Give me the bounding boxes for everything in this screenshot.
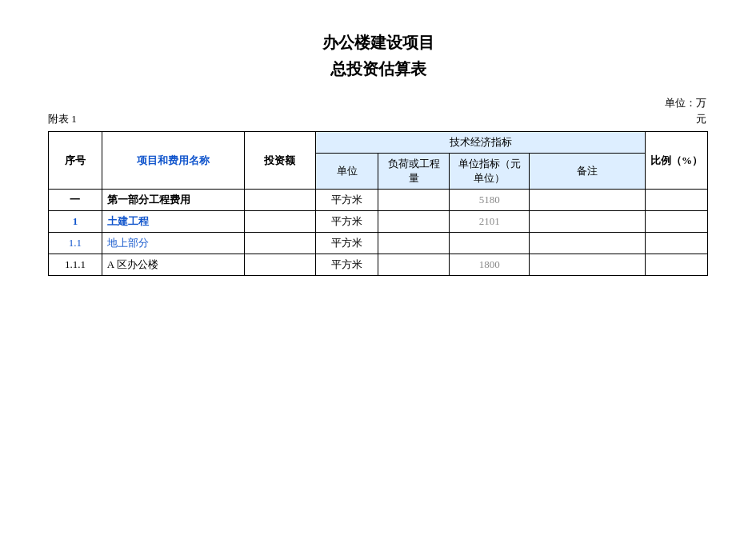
cell-remarks	[530, 190, 646, 211]
cell-name: 第一部分工程费用	[102, 190, 244, 211]
header-name: 项目和费用名称	[102, 132, 244, 190]
header-unit: 单位	[316, 154, 378, 190]
header-remarks: 备注	[530, 154, 646, 190]
cell-unit: 平方米	[316, 233, 378, 254]
cell-invest	[244, 254, 315, 276]
cell-seq: 1	[49, 211, 102, 233]
cell-name: 土建工程	[102, 211, 244, 233]
cell-remarks	[530, 211, 646, 233]
cell-name: A 区办公楼	[102, 254, 244, 276]
unit-label2: 元	[696, 112, 708, 126]
cell-ratio	[646, 254, 708, 276]
cell-unit: 平方米	[316, 211, 378, 233]
cell-name: 地上部分	[102, 233, 244, 254]
title-section: 办公楼建设项目 总投资估算表	[48, 32, 708, 80]
cell-unit-index	[450, 233, 530, 254]
header-unit-index: 单位指标（元单位）	[450, 154, 530, 190]
cell-seq: 1.1.1	[49, 254, 102, 276]
cell-load	[378, 233, 449, 254]
cell-unit: 平方米	[316, 190, 378, 211]
cell-invest	[244, 211, 315, 233]
unit-row: 单位：万	[48, 96, 708, 110]
cell-unit: 平方米	[316, 254, 378, 276]
table-row: 一第一部分工程费用平方米5180	[49, 190, 708, 211]
header-invest: 投资额	[244, 132, 315, 190]
cell-seq: 一	[49, 190, 102, 211]
header-tech-span: 技术经济指标	[316, 132, 646, 154]
cell-ratio	[646, 190, 708, 211]
cell-ratio	[646, 211, 708, 233]
cell-invest	[244, 233, 315, 254]
fubiao-row: 附表 1 元	[48, 112, 708, 126]
header-seq: 序号	[49, 132, 102, 190]
cell-ratio	[646, 233, 708, 254]
page: 办公楼建设项目 总投资估算表 单位：万 附表 1 元 序号 项目和费用名称 投资…	[0, 0, 756, 308]
header-load: 负荷或工程量	[378, 154, 449, 190]
cell-load	[378, 211, 449, 233]
table-row: 1.1.1A 区办公楼平方米1800	[49, 254, 708, 276]
cell-remarks	[530, 254, 646, 276]
main-table: 序号 项目和费用名称 投资额 技术经济指标 比例（%） 单位 负荷或工程量 单位…	[48, 131, 708, 276]
table-row: 1.1地上部分平方米	[49, 233, 708, 254]
cell-load	[378, 254, 449, 276]
cell-unit-index: 2101	[450, 211, 530, 233]
cell-invest	[244, 190, 315, 211]
cell-load	[378, 190, 449, 211]
title-sub: 总投资估算表	[48, 58, 708, 80]
unit-label: 单位：万	[665, 96, 706, 110]
header-ratio: 比例（%）	[646, 132, 708, 190]
table-row: 1土建工程平方米2101	[49, 211, 708, 233]
cell-seq: 1.1	[49, 233, 102, 254]
fubiao-label: 附表 1	[48, 112, 77, 126]
cell-unit-index: 5180	[450, 190, 530, 211]
cell-remarks	[530, 233, 646, 254]
cell-unit-index: 1800	[450, 254, 530, 276]
title-main: 办公楼建设项目	[48, 32, 708, 54]
